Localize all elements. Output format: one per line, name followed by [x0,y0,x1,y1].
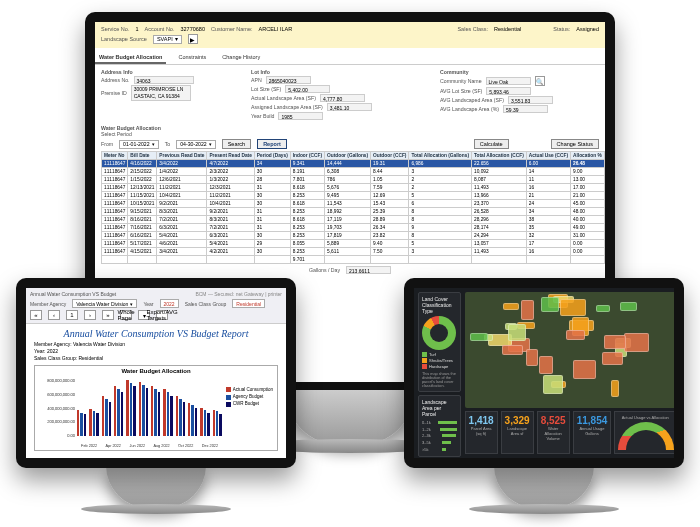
table-header[interactable]: Period (Days) [254,152,290,160]
chart-bar [109,402,111,436]
map-parcel[interactable] [624,333,649,352]
lot-field-value[interactable]: 1985 [278,112,323,120]
year-select[interactable]: 2022 [160,299,179,308]
tab-constraints[interactable]: Constraints [174,52,210,64]
map-parcel[interactable] [620,302,637,311]
table-row[interactable]: 111186471/15/202212/6/20211/3/2022287.80… [102,176,606,184]
map-parcel[interactable] [602,352,623,365]
lot-field-label: Assigned Landscape Area (SF) [251,104,323,110]
report-button[interactable]: Report [257,139,287,149]
run-button[interactable]: ▶ [188,34,198,44]
period-label: Select Period [101,131,599,137]
lot-field-value[interactable]: 5,402.00 [285,85,330,93]
map-parcel[interactable] [502,345,522,355]
map-parcel[interactable] [543,375,563,393]
report-nav-button[interactable]: 1 [66,310,78,320]
report-nav-button[interactable]: › [84,310,96,320]
table-header[interactable]: Bill Date [128,152,157,160]
table-row[interactable]: 111186476/16/20215/4/20216/3/2021308.253… [102,232,606,240]
table-row[interactable]: 111186474/15/20213/4/20214/2/2021308.253… [102,248,606,256]
map-parcel[interactable] [521,300,534,320]
report-nav-button[interactable]: Export/AVG Targets [156,310,168,320]
lot-field-value[interactable]: 4,777.80 [320,94,365,102]
comm-field-value[interactable]: 5,893.46 [486,87,531,95]
report-nav-button[interactable]: « [30,310,42,320]
table-header[interactable]: Allocation % [571,152,605,160]
chart-bar [154,389,156,436]
comm-field-value[interactable]: 59.39 [503,105,548,113]
chart-bar [200,408,202,436]
map-parcel[interactable] [508,324,526,340]
table-header[interactable]: Previous Read Date [157,152,207,160]
report-nav-button[interactable]: » [102,310,114,320]
map-parcel[interactable] [560,299,585,316]
table-row[interactable]: 111186475/17/20214/6/20215/4/2021298.055… [102,240,606,248]
premise-field[interactable]: 30009 PRIMROSE LN CASTAIC, CA 91384 [131,85,191,101]
tab-history[interactable]: Change History [218,52,264,64]
source-select[interactable]: SVAPI ▾ [153,35,182,44]
table-row[interactable]: 111186472/15/20221/4/20222/3/2022308.191… [102,168,606,176]
to-date[interactable]: 04-30-2022▾ [176,140,216,149]
table-row[interactable]: 1111864712/13/202111/2/202112/3/2021318.… [102,184,606,192]
report-nav-button[interactable]: ‹ [48,310,60,320]
table-row[interactable]: 1111864710/15/20219/2/202110/4/2021308.6… [102,200,606,208]
search-icon[interactable]: 🔍 [535,76,545,86]
table-header[interactable]: Water Use Classification [604,152,605,160]
legend-item: Actual Consumption [226,386,273,393]
allocation-table[interactable]: Meter NoBill DatePrevious Read DatePrese… [101,151,605,264]
table-row[interactable]: 1111864711/15/202110/4/202111/2/2021308.… [102,192,606,200]
table-row[interactable]: 111186478/16/20217/2/20218/3/2021318.618… [102,216,606,224]
table-header[interactable]: Meter No [102,152,128,160]
table-header[interactable]: Total Allocation (Gallons) [409,152,472,160]
map-parcel[interactable] [526,349,538,366]
chevron-down-icon: ▾ [130,301,133,307]
map-parcel[interactable] [604,335,627,349]
chart-bar [183,402,185,436]
table-header[interactable]: Total Allocation (CCF) [471,152,526,160]
map-parcel[interactable] [470,333,488,341]
map-parcel[interactable] [541,297,560,312]
change-status-button[interactable]: Change Status [551,139,599,149]
chart-bar [207,413,209,436]
report-nav-button[interactable]: Whole Page [120,310,132,320]
map-parcel[interactable] [573,360,597,379]
table-row[interactable]: 111186479/15/20218/3/20219/2/2021318.253… [102,208,606,216]
year-label: Year [143,301,153,307]
lot-field-value[interactable]: 2865040023 [266,76,311,84]
table-header[interactable]: Outdoor (Gallons) [325,152,371,160]
table-header[interactable]: Outdoor (CCF) [371,152,409,160]
tab-wba[interactable]: Water Budget Allocation [95,52,166,64]
table-row[interactable]: 111186477/16/20216/3/20217/2/2021318.253… [102,224,606,232]
chart-title: Water Budget Allocation [35,368,277,374]
parcel-map[interactable] [465,292,674,408]
map-parcel[interactable] [539,356,554,374]
chart-bar [188,403,190,436]
comm-field-value[interactable]: 3,551.83 [508,96,553,104]
hist-bar: >5k [422,447,457,452]
monitor-stand [106,466,206,508]
map-parcel[interactable] [566,330,585,340]
source-label: Landscape Source [101,36,147,42]
lot-field-value[interactable]: 3,481.10 [327,103,372,111]
table-header[interactable]: Present Read Date [207,152,254,160]
agency-select[interactable]: Valencia Water Division▾ [72,299,137,308]
comm-field-value[interactable]: Live Oak [486,77,531,85]
table-row[interactable]: 9.701 [102,256,606,264]
table-row[interactable]: 111186474/16/20223/4/20224/7/2022349.341… [102,160,606,168]
chart-bar [102,396,104,436]
table-header[interactable]: Indoor (CCF) [290,152,324,160]
map-parcel[interactable] [596,305,609,312]
comm-field-label: Community Name [440,78,482,84]
map-parcel[interactable] [611,380,619,397]
lot-field-label: Lot Size (SF) [251,86,281,92]
calculate-button[interactable]: Calculate [474,139,509,149]
from-date[interactable]: 01-01-2022▾ [119,140,159,149]
addr-num-field[interactable]: 34063 [134,76,194,84]
table-header[interactable]: Actual Use (CCF) [526,152,570,160]
status-label: Status: [553,26,570,32]
map-parcel[interactable] [503,303,519,310]
lcct-donut [422,316,456,350]
customer-name-label: Customer Name: [211,26,253,32]
class-select[interactable]: Residential [232,299,265,308]
search-button[interactable]: Search [222,139,251,149]
